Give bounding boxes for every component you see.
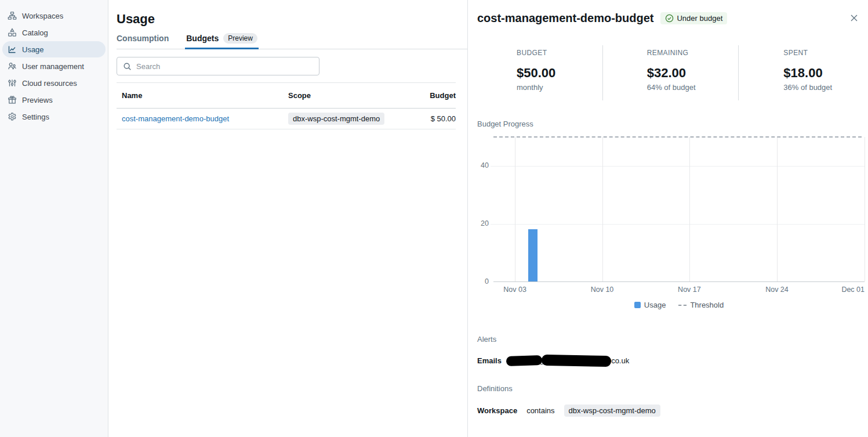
x-gridline bbox=[865, 137, 865, 281]
close-panel-button[interactable] bbox=[847, 11, 861, 25]
chart-legend: Usage Threshold bbox=[493, 301, 865, 309]
budget-name-link[interactable]: cost-management-demo-budget bbox=[122, 114, 229, 123]
sidebar-item-label: Catalog bbox=[22, 28, 48, 37]
close-icon bbox=[850, 14, 858, 22]
sidebar-item-label: User management bbox=[22, 62, 84, 71]
sidebar-item-label: Settings bbox=[22, 113, 49, 121]
definitions-section: Definitions Workspace contains dbx-wsp-c… bbox=[477, 384, 660, 417]
definitions-heading: Definitions bbox=[477, 384, 660, 393]
tab-consumption[interactable]: Consumption bbox=[117, 33, 169, 49]
catalog-icon bbox=[8, 28, 17, 37]
sidebar-item-cloud-resources[interactable]: Cloud resources bbox=[2, 75, 106, 91]
usage-icon bbox=[8, 45, 17, 54]
tab-bar: Consumption Budgets Preview bbox=[117, 33, 467, 49]
sidebar-item-label: Usage bbox=[22, 45, 44, 54]
email-domain-suffix: co.uk bbox=[611, 356, 629, 365]
sidebar-item-catalog[interactable]: Catalog bbox=[2, 24, 106, 41]
sidebar-item-settings[interactable]: Settings bbox=[2, 109, 106, 125]
preview-badge: Preview bbox=[223, 33, 257, 44]
definition-key: Workspace bbox=[477, 406, 517, 415]
search-icon bbox=[123, 62, 132, 71]
status-badge: Under budget bbox=[660, 12, 727, 24]
redacted-email-blob bbox=[506, 355, 543, 366]
budget-progress-chart: Budget Progress 02040Nov 03Nov 10Nov 17N… bbox=[477, 120, 865, 309]
sidebar-item-previews[interactable]: Previews bbox=[2, 92, 106, 108]
stat-budget: BUDGET $50.00 monthly bbox=[468, 45, 602, 100]
budget-amount: $ 50.00 bbox=[404, 114, 456, 123]
x-gridline bbox=[515, 137, 515, 281]
stat-spent: SPENT $18.00 36% of budget bbox=[738, 45, 868, 100]
alerts-section: Alerts Emails @ co.uk bbox=[477, 335, 629, 366]
stats-row: BUDGET $50.00 monthly REMAINING $32.00 6… bbox=[468, 45, 868, 100]
sidebar-item-usage[interactable]: Usage bbox=[2, 41, 106, 57]
tab-consumption-label: Consumption bbox=[117, 34, 169, 43]
stat-subtext: 36% of budget bbox=[783, 83, 868, 92]
legend-usage-label: Usage bbox=[644, 301, 666, 309]
y-gridline bbox=[491, 166, 865, 167]
usage-swatch-icon bbox=[634, 302, 641, 308]
table-row[interactable]: cost-management-demo-budget dbx-wsp-cost… bbox=[117, 109, 456, 129]
workspaces-icon bbox=[8, 11, 17, 20]
tab-budgets[interactable]: Budgets Preview bbox=[186, 33, 257, 49]
x-gridline bbox=[777, 137, 778, 281]
x-gridline bbox=[602, 137, 603, 281]
y-axis-tick-label: 20 bbox=[481, 219, 489, 227]
stat-value: $32.00 bbox=[647, 66, 739, 81]
threshold-dash-icon bbox=[678, 305, 687, 306]
x-axis-tick-label: Dec 01 bbox=[841, 286, 865, 294]
x-axis-tick-label: Nov 03 bbox=[503, 286, 526, 294]
main-content: Usage Consumption Budgets Preview Name S… bbox=[108, 0, 467, 437]
panel-header: cost-management-demo-budget Under budget bbox=[477, 11, 861, 25]
x-axis-tick-label: Nov 17 bbox=[678, 286, 701, 294]
stat-remaining: REMAINING $32.00 64% of budget bbox=[602, 45, 739, 100]
stat-subtext: 64% of budget bbox=[647, 83, 739, 92]
sidebar-item-label: Previews bbox=[22, 96, 53, 104]
search-box bbox=[117, 57, 319, 75]
column-header-name: Name bbox=[117, 91, 288, 100]
definition-row: Workspace contains dbx-wsp-cost-mgmt-dem… bbox=[477, 405, 660, 417]
y-axis-tick-label: 40 bbox=[481, 161, 489, 169]
sidebar-item-label: Cloud resources bbox=[22, 79, 77, 88]
y-gridline bbox=[491, 224, 865, 225]
stat-value: $18.00 bbox=[783, 66, 868, 81]
sidebar-item-label: Workspaces bbox=[22, 12, 63, 20]
table-header-row: Name Scope Budget bbox=[117, 82, 456, 109]
x-axis-tick-label: Nov 10 bbox=[591, 286, 614, 294]
legend-item-usage[interactable]: Usage bbox=[634, 301, 666, 309]
definition-value-tag: dbx-wsp-cost-mgmt-demo bbox=[564, 405, 660, 417]
stat-label: SPENT bbox=[783, 49, 868, 57]
x-gridline bbox=[689, 137, 690, 281]
search-input[interactable] bbox=[136, 62, 313, 71]
alerts-heading: Alerts bbox=[477, 335, 629, 344]
user-management-icon bbox=[8, 62, 17, 71]
chart-title: Budget Progress bbox=[477, 120, 865, 128]
sidebar: Workspaces Catalog Usage User bbox=[0, 0, 108, 437]
budget-detail-panel: cost-management-demo-budget Under budget… bbox=[467, 0, 868, 437]
x-axis-tick-label: Nov 24 bbox=[765, 286, 789, 294]
column-header-budget: Budget bbox=[404, 91, 456, 100]
sidebar-item-workspaces[interactable]: Workspaces bbox=[2, 8, 106, 24]
emails-label: Emails bbox=[477, 356, 502, 365]
cloud-resources-icon bbox=[8, 78, 17, 88]
status-badge-label: Under budget bbox=[677, 14, 722, 23]
previews-icon bbox=[8, 95, 17, 104]
legend-threshold-label: Threshold bbox=[690, 301, 724, 309]
sidebar-item-user-management[interactable]: User management bbox=[2, 58, 106, 74]
redacted-email-blob bbox=[542, 355, 611, 367]
chart-plot-area: 02040Nov 03Nov 10Nov 17Nov 24Dec 01 bbox=[493, 137, 865, 282]
panel-title: cost-management-demo-budget bbox=[477, 12, 653, 25]
usage-bar bbox=[528, 229, 537, 281]
scope-tag: dbx-wsp-cost-mgmt-demo bbox=[288, 113, 384, 125]
stat-value: $50.00 bbox=[517, 66, 602, 81]
stat-subtext: monthly bbox=[517, 83, 602, 92]
settings-icon bbox=[8, 112, 17, 121]
definition-operator: contains bbox=[526, 406, 554, 415]
emails-row: Emails @ co.uk bbox=[477, 355, 629, 366]
column-header-scope: Scope bbox=[288, 91, 404, 100]
stat-label: BUDGET bbox=[517, 49, 602, 57]
admin-console-page: Workspaces Catalog Usage User bbox=[0, 0, 868, 437]
stat-label: REMAINING bbox=[647, 49, 739, 57]
page-title: Usage bbox=[117, 12, 155, 27]
legend-item-threshold[interactable]: Threshold bbox=[678, 301, 724, 309]
y-axis-tick-label: 0 bbox=[485, 277, 489, 286]
